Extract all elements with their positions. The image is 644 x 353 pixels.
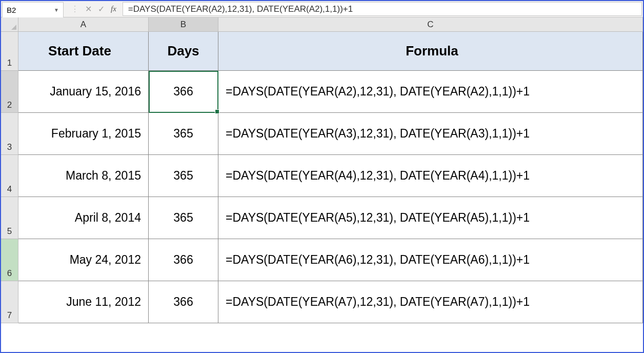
table-row: March 8, 2015 365 =DAYS(DATE(YEAR(A4),12… — [18, 155, 643, 197]
formula-text: =DAYS(DATE(YEAR(A2),12,31), DATE(YEAR(A2… — [128, 4, 353, 14]
row-header-2[interactable]: 2 — [1, 71, 18, 113]
cell-C3[interactable]: =DAYS(DATE(YEAR(A3),12,31), DATE(YEAR(A3… — [218, 113, 643, 155]
table-row: January 15, 2016 366 =DAYS(DATE(YEAR(A2)… — [18, 71, 643, 113]
row-header-column: 1 2 3 4 5 6 7 — [1, 17, 18, 352]
name-box-dropdown-icon[interactable]: ▼ — [54, 7, 59, 13]
formula-bar: B2 ▼ ⋮ ✕ ✓ fx =DAYS(DATE(YEAR(A2),12,31)… — [1, 1, 643, 17]
table-row: June 11, 2012 366 =DAYS(DATE(YEAR(A7),12… — [18, 281, 643, 323]
col-header-C[interactable]: C — [218, 17, 643, 32]
cell-A6[interactable]: May 24, 2012 — [18, 239, 149, 281]
cell-A7[interactable]: June 11, 2012 — [18, 281, 149, 323]
cancel-icon[interactable]: ✕ — [85, 4, 92, 14]
row-header-3[interactable]: 3 — [1, 113, 18, 155]
table-row: February 1, 2015 365 =DAYS(DATE(YEAR(A3)… — [18, 113, 643, 155]
cell-C4[interactable]: =DAYS(DATE(YEAR(A4),12,31), DATE(YEAR(A4… — [218, 155, 643, 197]
cell-C5[interactable]: =DAYS(DATE(YEAR(A5),12,31), DATE(YEAR(A5… — [218, 197, 643, 239]
enter-icon[interactable]: ✓ — [98, 4, 105, 14]
header-cell-start-date[interactable]: Start Date — [18, 32, 149, 71]
cell-A4[interactable]: March 8, 2015 — [18, 155, 149, 197]
cell-A3[interactable]: February 1, 2015 — [18, 113, 149, 155]
name-box[interactable]: B2 ▼ — [2, 2, 64, 18]
row-header-6[interactable]: 6 — [1, 239, 18, 281]
cell-C2[interactable]: =DAYS(DATE(YEAR(A2),12,31), DATE(YEAR(A2… — [218, 71, 643, 113]
col-header-A[interactable]: A — [18, 17, 149, 32]
cell-grid: Start Date Days Formula January 15, 2016… — [18, 32, 643, 323]
header-cell-days[interactable]: Days — [149, 32, 218, 71]
sheet-body: A B C Start Date Days Formula January 15… — [18, 17, 643, 352]
cell-B7[interactable]: 366 — [149, 281, 218, 323]
cell-B2[interactable]: 366 — [149, 71, 218, 113]
cell-C6[interactable]: =DAYS(DATE(YEAR(A6),12,31), DATE(YEAR(A6… — [218, 239, 643, 281]
name-box-value: B2 — [7, 6, 16, 14]
row-header-4[interactable]: 4 — [1, 155, 18, 197]
fx-icon[interactable]: fx — [111, 5, 116, 13]
row-header-7[interactable]: 7 — [1, 281, 18, 323]
col-header-B[interactable]: B — [149, 17, 218, 32]
table-header-row: Start Date Days Formula — [18, 32, 643, 71]
cell-A2[interactable]: January 15, 2016 — [18, 71, 149, 113]
column-header-row: A B C — [18, 17, 643, 32]
cell-B5[interactable]: 365 — [149, 197, 218, 239]
separator-icon: ⋮ — [71, 4, 79, 14]
table-row: May 24, 2012 366 =DAYS(DATE(YEAR(A6),12,… — [18, 239, 643, 281]
cell-A5[interactable]: April 8, 2014 — [18, 197, 149, 239]
row-header-5[interactable]: 5 — [1, 197, 18, 239]
row-header-1[interactable]: 1 — [1, 32, 18, 71]
cell-B4[interactable]: 365 — [149, 155, 218, 197]
formula-bar-buttons: ⋮ ✕ ✓ fx — [65, 1, 123, 17]
table-row: April 8, 2014 365 =DAYS(DATE(YEAR(A5),12… — [18, 197, 643, 239]
select-all-corner[interactable] — [1, 17, 18, 32]
formula-input[interactable]: =DAYS(DATE(YEAR(A2),12,31), DATE(YEAR(A2… — [123, 2, 642, 16]
cell-C7[interactable]: =DAYS(DATE(YEAR(A7),12,31), DATE(YEAR(A7… — [218, 281, 643, 323]
cell-B3[interactable]: 365 — [149, 113, 218, 155]
spreadsheet: 1 2 3 4 5 6 7 A B C Start Date Days Form… — [1, 17, 643, 352]
cell-B6[interactable]: 366 — [149, 239, 218, 281]
header-cell-formula[interactable]: Formula — [218, 32, 643, 71]
